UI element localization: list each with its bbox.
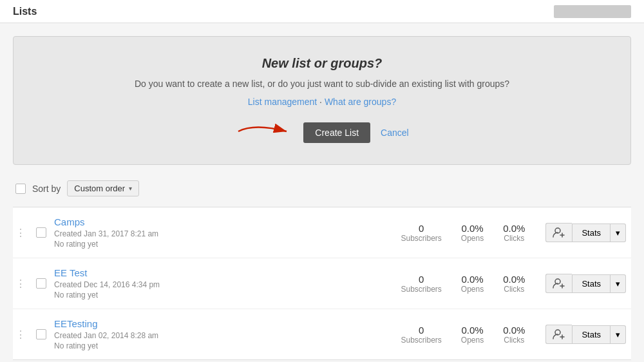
main-content: New list or groups? Do you want to creat… xyxy=(0,23,644,362)
subscribers-label-2: Subscribers xyxy=(401,336,441,345)
subscribers-count-2: 0 xyxy=(401,325,441,336)
clicks-count-0: 0.0% xyxy=(503,223,525,234)
table-row: ⋮ EETesting Created Jan 02, 2014 8:28 am… xyxy=(13,309,631,360)
item-info-1: EE Test Created Dec 14, 2016 4:34 pm No … xyxy=(54,267,393,300)
banner-description: Do you want to create a new list, or do … xyxy=(39,79,605,89)
stats-dropdown-chevron-icon-1: ▾ xyxy=(616,279,620,289)
opens-label-0: Opens xyxy=(461,234,484,243)
item-stats-1: 0 Subscribers 0.0% Opens 0.0% Clicks xyxy=(401,274,525,294)
new-list-banner: New list or groups? Do you want to creat… xyxy=(13,36,631,165)
stat-clicks-1: 0.0% Clicks xyxy=(503,274,525,294)
subscribers-count-1: 0 xyxy=(401,274,441,285)
select-all-checkbox[interactable] xyxy=(15,184,26,194)
item-rating-1: No rating yet xyxy=(54,291,393,300)
stats-dropdown-chevron-icon-0: ▾ xyxy=(616,228,620,238)
item-actions-1: Stats ▾ xyxy=(545,274,626,293)
table-row: ⋮ Camps Created Jan 31, 2017 8:21 am No … xyxy=(13,207,631,258)
clicks-label-1: Clicks xyxy=(503,285,525,294)
stat-opens-1: 0.0% Opens xyxy=(461,274,484,294)
add-person-icon-0 xyxy=(553,227,565,238)
stat-subscribers-2: 0 Subscribers xyxy=(401,325,441,345)
item-name-link-2[interactable]: EETesting xyxy=(54,318,393,329)
item-info-2: EETesting Created Jan 02, 2014 8:28 am N… xyxy=(54,318,393,350)
item-name-link-1[interactable]: EE Test xyxy=(54,267,393,278)
item-checkbox-0[interactable] xyxy=(36,227,46,238)
stat-opens-2: 0.0% Opens xyxy=(461,325,484,345)
stat-clicks-0: 0.0% Clicks xyxy=(503,223,525,243)
add-subscriber-button-0[interactable] xyxy=(545,223,572,242)
opens-count-2: 0.0% xyxy=(461,325,484,336)
arrow-indicator xyxy=(235,120,293,145)
item-checkbox-1[interactable] xyxy=(36,278,46,289)
add-subscriber-button-1[interactable] xyxy=(545,274,572,293)
sort-dropdown[interactable]: Custom order ▾ xyxy=(67,180,139,196)
opens-label-1: Opens xyxy=(461,285,484,294)
item-created-0: Created Jan 31, 2017 8:21 am xyxy=(54,229,393,238)
subscribers-label-0: Subscribers xyxy=(401,234,441,243)
sort-dropdown-label: Custom order xyxy=(74,184,125,193)
sort-dropdown-chevron-icon: ▾ xyxy=(129,185,132,192)
stats-dropdown-chevron-icon-2: ▾ xyxy=(616,330,620,339)
item-actions-2: Stats ▾ xyxy=(545,325,626,344)
opens-count-0: 0.0% xyxy=(461,223,484,234)
item-stats-2: 0 Subscribers 0.0% Opens 0.0% Clicks xyxy=(401,325,525,345)
item-created-2: Created Jan 02, 2014 8:28 am xyxy=(54,331,393,340)
create-list-button[interactable]: Create List xyxy=(303,122,370,143)
drag-handle-icon[interactable]: ⋮ xyxy=(13,278,28,290)
add-person-icon-1 xyxy=(553,278,565,289)
sort-by-label: Sort by xyxy=(32,184,61,194)
top-bar: Lists xyxy=(0,0,644,23)
link-separator: · xyxy=(319,97,325,107)
list-management-link[interactable]: List management xyxy=(248,97,317,107)
logo: Lists xyxy=(13,6,37,17)
stat-opens-0: 0.0% Opens xyxy=(461,223,484,243)
red-arrow-svg xyxy=(235,120,293,143)
what-are-groups-link[interactable]: What are groups? xyxy=(325,97,396,107)
item-rating-0: No rating yet xyxy=(54,240,393,249)
drag-handle-icon[interactable]: ⋮ xyxy=(13,329,28,341)
top-bar-right-placeholder xyxy=(554,5,631,18)
clicks-count-2: 0.0% xyxy=(503,325,525,336)
opens-label-2: Opens xyxy=(461,336,484,345)
item-info-0: Camps Created Jan 31, 2017 8:21 am No ra… xyxy=(54,216,393,249)
clicks-label-2: Clicks xyxy=(503,336,525,345)
item-actions-0: Stats ▾ xyxy=(545,223,626,242)
item-name-link-0[interactable]: Camps xyxy=(54,216,393,227)
clicks-count-1: 0.0% xyxy=(503,274,525,285)
add-subscriber-button-2[interactable] xyxy=(545,325,572,344)
drag-handle-icon[interactable]: ⋮ xyxy=(13,227,28,239)
stats-button-0[interactable]: Stats xyxy=(572,224,611,242)
sort-bar: Sort by Custom order ▾ xyxy=(13,180,631,196)
subscribers-label-1: Subscribers xyxy=(401,285,441,294)
stat-clicks-2: 0.0% Clicks xyxy=(503,325,525,345)
stats-button-2[interactable]: Stats xyxy=(572,325,611,344)
item-rating-2: No rating yet xyxy=(54,341,393,350)
stats-button-1[interactable]: Stats xyxy=(572,274,611,293)
add-person-icon-2 xyxy=(553,329,565,339)
cancel-button[interactable]: Cancel xyxy=(381,128,409,138)
stats-dropdown-button-1[interactable]: ▾ xyxy=(611,274,626,293)
banner-links: List management · What are groups? xyxy=(39,97,605,107)
list-items-container: ⋮ Camps Created Jan 31, 2017 8:21 am No … xyxy=(13,207,631,360)
opens-count-1: 0.0% xyxy=(461,274,484,285)
item-checkbox-2[interactable] xyxy=(36,329,46,339)
banner-actions: Create List Cancel xyxy=(39,120,605,145)
item-created-1: Created Dec 14, 2016 4:34 pm xyxy=(54,280,393,289)
clicks-label-0: Clicks xyxy=(503,234,525,243)
stats-dropdown-button-2[interactable]: ▾ xyxy=(611,325,626,344)
subscribers-count-0: 0 xyxy=(401,223,441,234)
table-row: ⋮ EE Test Created Dec 14, 2016 4:34 pm N… xyxy=(13,258,631,309)
item-stats-0: 0 Subscribers 0.0% Opens 0.0% Clicks xyxy=(401,223,525,243)
stat-subscribers-0: 0 Subscribers xyxy=(401,223,441,243)
banner-title: New list or groups? xyxy=(39,56,605,71)
stats-dropdown-button-0[interactable]: ▾ xyxy=(611,224,626,242)
stat-subscribers-1: 0 Subscribers xyxy=(401,274,441,294)
